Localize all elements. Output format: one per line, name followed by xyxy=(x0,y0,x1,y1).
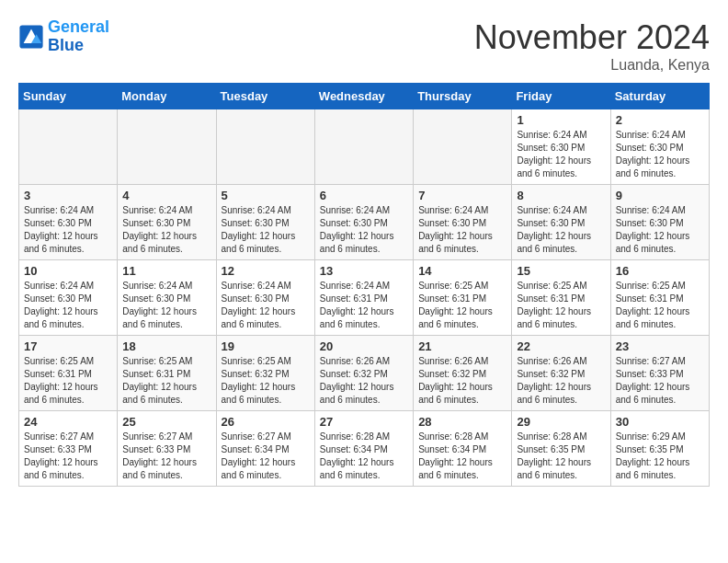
week-row-2: 10Sunrise: 6:24 AMSunset: 6:30 PMDayligh… xyxy=(19,260,710,336)
day-number: 10 xyxy=(24,264,112,278)
day-number: 21 xyxy=(418,339,506,353)
calendar-cell: 3Sunrise: 6:24 AMSunset: 6:30 PMDaylight… xyxy=(19,185,118,260)
day-number: 28 xyxy=(418,415,506,429)
calendar-cell: 24Sunrise: 6:27 AMSunset: 6:33 PMDayligh… xyxy=(19,411,118,487)
day-number: 5 xyxy=(222,189,310,202)
day-number: 19 xyxy=(222,339,310,353)
header-monday: Monday xyxy=(118,84,216,109)
logo: General Blue xyxy=(18,18,109,55)
day-info: Sunrise: 6:28 AMSunset: 6:35 PMDaylight:… xyxy=(517,431,605,482)
calendar-cell: 13Sunrise: 6:24 AMSunset: 6:31 PMDayligh… xyxy=(314,260,413,336)
calendar-cell xyxy=(118,109,216,185)
day-info: Sunrise: 6:27 AMSunset: 6:33 PMDaylight:… xyxy=(122,431,210,482)
day-number: 23 xyxy=(616,339,704,353)
calendar-cell: 28Sunrise: 6:28 AMSunset: 6:34 PMDayligh… xyxy=(414,411,512,487)
month-title: November 2024 xyxy=(474,18,710,57)
header-saturday: Saturday xyxy=(610,84,709,109)
day-number: 14 xyxy=(418,264,506,278)
week-row-3: 17Sunrise: 6:25 AMSunset: 6:31 PMDayligh… xyxy=(19,336,710,411)
day-info: Sunrise: 6:24 AMSunset: 6:30 PMDaylight:… xyxy=(222,280,310,331)
calendar-cell: 26Sunrise: 6:27 AMSunset: 6:34 PMDayligh… xyxy=(216,411,314,487)
header-tuesday: Tuesday xyxy=(216,84,314,109)
calendar-cell: 5Sunrise: 6:24 AMSunset: 6:30 PMDaylight… xyxy=(216,185,314,260)
calendar-cell: 12Sunrise: 6:24 AMSunset: 6:30 PMDayligh… xyxy=(216,260,314,336)
header-wednesday: Wednesday xyxy=(314,84,413,109)
day-info: Sunrise: 6:26 AMSunset: 6:32 PMDaylight:… xyxy=(418,355,506,407)
day-number: 9 xyxy=(616,189,704,202)
header-sunday: Sunday xyxy=(19,84,118,109)
day-info: Sunrise: 6:24 AMSunset: 6:30 PMDaylight:… xyxy=(517,204,605,256)
day-info: Sunrise: 6:24 AMSunset: 6:31 PMDaylight:… xyxy=(320,280,408,331)
week-row-4: 24Sunrise: 6:27 AMSunset: 6:33 PMDayligh… xyxy=(19,411,710,487)
day-number: 2 xyxy=(616,113,704,127)
day-info: Sunrise: 6:25 AMSunset: 6:31 PMDaylight:… xyxy=(616,280,704,331)
calendar-cell: 22Sunrise: 6:26 AMSunset: 6:32 PMDayligh… xyxy=(512,336,610,411)
day-number: 29 xyxy=(517,415,605,429)
day-number: 22 xyxy=(517,339,605,353)
day-info: Sunrise: 6:24 AMSunset: 6:30 PMDaylight:… xyxy=(24,280,112,331)
week-row-1: 3Sunrise: 6:24 AMSunset: 6:30 PMDaylight… xyxy=(19,185,710,260)
calendar-cell: 2Sunrise: 6:24 AMSunset: 6:30 PMDaylight… xyxy=(610,109,709,185)
calendar-cell: 18Sunrise: 6:25 AMSunset: 6:31 PMDayligh… xyxy=(118,336,216,411)
day-info: Sunrise: 6:25 AMSunset: 6:31 PMDaylight:… xyxy=(24,355,112,407)
day-info: Sunrise: 6:29 AMSunset: 6:35 PMDaylight:… xyxy=(616,431,704,482)
calendar-cell xyxy=(314,109,413,185)
day-info: Sunrise: 6:27 AMSunset: 6:34 PMDaylight:… xyxy=(222,431,310,482)
calendar-cell: 19Sunrise: 6:25 AMSunset: 6:32 PMDayligh… xyxy=(216,336,314,411)
day-number: 24 xyxy=(24,415,112,429)
day-number: 25 xyxy=(122,415,210,429)
calendar-cell: 14Sunrise: 6:25 AMSunset: 6:31 PMDayligh… xyxy=(414,260,512,336)
day-number: 20 xyxy=(320,339,408,353)
header-thursday: Thursday xyxy=(414,84,512,109)
day-info: Sunrise: 6:25 AMSunset: 6:31 PMDaylight:… xyxy=(122,355,210,407)
calendar-cell: 25Sunrise: 6:27 AMSunset: 6:33 PMDayligh… xyxy=(118,411,216,487)
calendar-cell: 15Sunrise: 6:25 AMSunset: 6:31 PMDayligh… xyxy=(512,260,610,336)
day-info: Sunrise: 6:24 AMSunset: 6:30 PMDaylight:… xyxy=(616,129,704,180)
day-info: Sunrise: 6:24 AMSunset: 6:30 PMDaylight:… xyxy=(320,204,408,256)
calendar-cell xyxy=(19,109,118,185)
day-number: 12 xyxy=(222,264,310,278)
day-info: Sunrise: 6:25 AMSunset: 6:31 PMDaylight:… xyxy=(517,280,605,331)
day-number: 15 xyxy=(517,264,605,278)
day-info: Sunrise: 6:26 AMSunset: 6:32 PMDaylight:… xyxy=(517,355,605,407)
day-info: Sunrise: 6:27 AMSunset: 6:33 PMDaylight:… xyxy=(24,431,112,482)
day-info: Sunrise: 6:26 AMSunset: 6:32 PMDaylight:… xyxy=(320,355,408,407)
day-number: 4 xyxy=(122,189,210,202)
calendar-cell: 29Sunrise: 6:28 AMSunset: 6:35 PMDayligh… xyxy=(512,411,610,487)
day-number: 11 xyxy=(122,264,210,278)
day-number: 8 xyxy=(517,189,605,202)
day-info: Sunrise: 6:28 AMSunset: 6:34 PMDaylight:… xyxy=(320,431,408,482)
calendar-cell: 4Sunrise: 6:24 AMSunset: 6:30 PMDaylight… xyxy=(118,185,216,260)
day-number: 18 xyxy=(122,339,210,353)
day-info: Sunrise: 6:24 AMSunset: 6:30 PMDaylight:… xyxy=(517,129,605,180)
day-number: 16 xyxy=(616,264,704,278)
logo-text: General Blue xyxy=(48,18,109,55)
calendar-cell: 11Sunrise: 6:24 AMSunset: 6:30 PMDayligh… xyxy=(118,260,216,336)
day-info: Sunrise: 6:24 AMSunset: 6:30 PMDaylight:… xyxy=(222,204,310,256)
day-number: 1 xyxy=(517,113,605,127)
calendar-cell: 17Sunrise: 6:25 AMSunset: 6:31 PMDayligh… xyxy=(19,336,118,411)
calendar-cell: 1Sunrise: 6:24 AMSunset: 6:30 PMDaylight… xyxy=(512,109,610,185)
calendar-cell: 9Sunrise: 6:24 AMSunset: 6:30 PMDaylight… xyxy=(610,185,709,260)
page-header: General Blue November 2024 Luanda, Kenya xyxy=(18,18,710,74)
calendar-cell: 27Sunrise: 6:28 AMSunset: 6:34 PMDayligh… xyxy=(314,411,413,487)
day-number: 26 xyxy=(222,415,310,429)
day-number: 6 xyxy=(320,189,408,202)
day-info: Sunrise: 6:24 AMSunset: 6:30 PMDaylight:… xyxy=(122,280,210,331)
calendar-table: SundayMondayTuesdayWednesdayThursdayFrid… xyxy=(18,83,710,487)
day-number: 30 xyxy=(616,415,704,429)
day-number: 7 xyxy=(418,189,506,202)
day-info: Sunrise: 6:24 AMSunset: 6:30 PMDaylight:… xyxy=(418,204,506,256)
logo-icon xyxy=(18,24,44,50)
day-number: 17 xyxy=(24,339,112,353)
calendar-cell xyxy=(216,109,314,185)
calendar-cell xyxy=(414,109,512,185)
calendar-cell: 10Sunrise: 6:24 AMSunset: 6:30 PMDayligh… xyxy=(19,260,118,336)
calendar-cell: 23Sunrise: 6:27 AMSunset: 6:33 PMDayligh… xyxy=(610,336,709,411)
day-info: Sunrise: 6:25 AMSunset: 6:31 PMDaylight:… xyxy=(418,280,506,331)
header-row: SundayMondayTuesdayWednesdayThursdayFrid… xyxy=(19,84,710,109)
day-number: 3 xyxy=(24,189,112,202)
day-info: Sunrise: 6:25 AMSunset: 6:32 PMDaylight:… xyxy=(222,355,310,407)
header-friday: Friday xyxy=(512,84,610,109)
day-number: 27 xyxy=(320,415,408,429)
